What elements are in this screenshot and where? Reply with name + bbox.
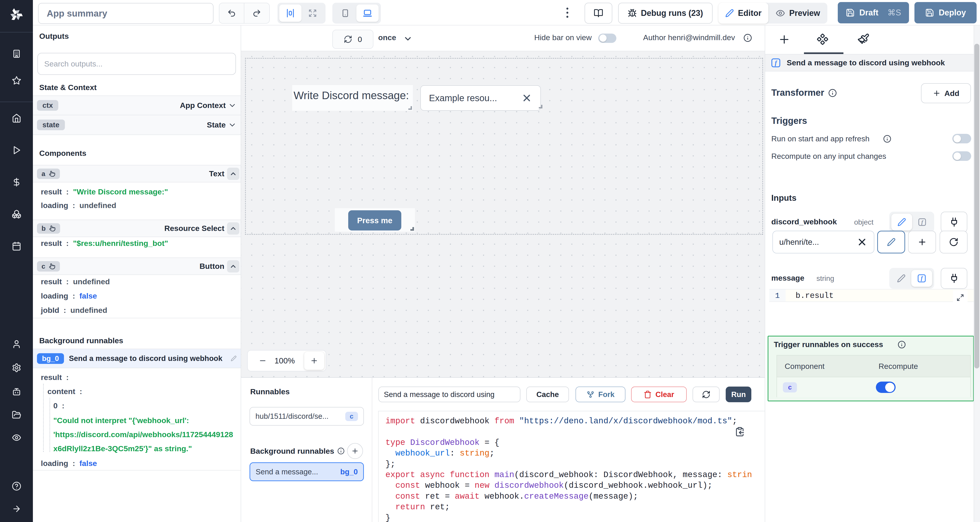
svg-text:f: f [775,59,778,66]
svg-text:f: f [921,275,923,281]
svg-text:f: f [921,220,924,225]
